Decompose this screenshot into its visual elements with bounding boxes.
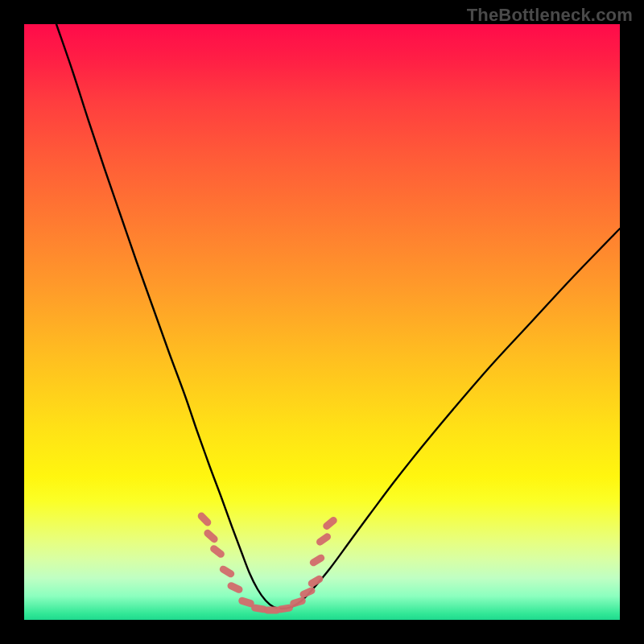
bottleneck-curve bbox=[56, 24, 620, 609]
valley-marker bbox=[289, 597, 307, 609]
curve-layer bbox=[24, 24, 620, 620]
valley-marker bbox=[299, 586, 316, 599]
valley-marker bbox=[203, 528, 220, 544]
valley-marker bbox=[226, 581, 244, 595]
valley-marker bbox=[208, 543, 225, 559]
valley-marker bbox=[196, 511, 213, 528]
chart-frame: TheBottleneck.com bbox=[0, 0, 644, 644]
valley-marker bbox=[315, 532, 332, 547]
watermark-text: TheBottleneck.com bbox=[467, 5, 633, 26]
valley-marker bbox=[218, 564, 236, 579]
valley-marker bbox=[308, 553, 326, 568]
valley-markers bbox=[196, 511, 339, 614]
valley-marker bbox=[321, 515, 338, 531]
